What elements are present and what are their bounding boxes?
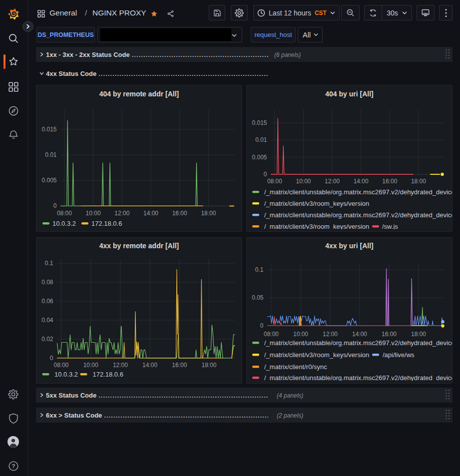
svg-text:0: 0 xyxy=(50,355,53,362)
svg-text:0.005: 0.005 xyxy=(41,177,56,184)
svg-text:08:00: 08:00 xyxy=(53,362,68,369)
svg-text:0.04: 0.04 xyxy=(41,317,53,324)
svg-text:0: 0 xyxy=(260,322,264,329)
svg-text:404 by remote addr [All]: 404 by remote addr [All] xyxy=(99,90,179,98)
svg-text:16:00: 16:00 xyxy=(172,362,187,369)
svg-text:16:00: 16:00 xyxy=(382,178,397,185)
svg-text:10.0.3.2: 10.0.3.2 xyxy=(52,220,76,227)
svg-text:0.1: 0.1 xyxy=(45,260,53,267)
svg-text:404 by uri [All]: 404 by uri [All] xyxy=(325,90,373,98)
svg-text:/_matrix/client/v3/room_keys/v: /_matrix/client/v3/room_keys/version xyxy=(264,200,369,207)
svg-text:/api/live/ws: /api/live/ws xyxy=(383,351,415,359)
svg-text:18:00: 18:00 xyxy=(411,331,426,338)
svg-text:0.01: 0.01 xyxy=(45,151,57,158)
svg-text:18:00: 18:00 xyxy=(201,210,216,217)
svg-text:10:00: 10:00 xyxy=(296,178,311,185)
svg-text:0.06: 0.06 xyxy=(41,298,53,305)
svg-text:0.08: 0.08 xyxy=(41,279,53,286)
svg-text:172.18.0.6: 172.18.0.6 xyxy=(93,371,123,378)
svg-text:08:00: 08:00 xyxy=(267,178,282,185)
svg-text:08:00: 08:00 xyxy=(57,210,72,217)
svg-text:0.05: 0.05 xyxy=(252,294,264,301)
svg-text:0.01: 0.01 xyxy=(255,136,267,143)
svg-text:14:00: 14:00 xyxy=(143,210,158,217)
svg-text:0.015: 0.015 xyxy=(41,126,56,133)
svg-text:12:00: 12:00 xyxy=(114,210,129,217)
svg-text:4xx by remote addr [All]: 4xx by remote addr [All] xyxy=(99,242,179,250)
svg-text:0.02: 0.02 xyxy=(41,336,53,343)
svg-text:16:00: 16:00 xyxy=(382,331,397,338)
svg-text:10:00: 10:00 xyxy=(293,331,308,338)
svg-text:16:00: 16:00 xyxy=(172,210,187,217)
svg-text:?: ? xyxy=(11,463,15,469)
svg-text:/_matrix/client/v3/room_keys/v: /_matrix/client/v3/room_keys/version xyxy=(264,351,369,359)
svg-text:18:00: 18:00 xyxy=(411,178,426,185)
svg-text:0.1: 0.1 xyxy=(255,266,264,273)
svg-text:10:00: 10:00 xyxy=(83,362,98,369)
svg-text:/sw.js: /sw.js xyxy=(382,223,398,230)
svg-text:/_matrix/client/unstable/org.m: /_matrix/client/unstable/org.matrix.msc2… xyxy=(264,188,453,196)
svg-text:/_matrix/client/unstable/org.m: /_matrix/client/unstable/org.matrix.msc2… xyxy=(264,374,453,382)
svg-text:0.005: 0.005 xyxy=(252,154,267,161)
svg-text:172.18.0.6: 172.18.0.6 xyxy=(91,220,122,227)
svg-text:12:00: 12:00 xyxy=(325,178,340,185)
svg-text:12:00: 12:00 xyxy=(323,331,338,338)
svg-text:12:00: 12:00 xyxy=(113,362,128,369)
svg-text:08:00: 08:00 xyxy=(264,331,279,338)
svg-text:14:00: 14:00 xyxy=(352,331,367,338)
svg-text:/_matrix/client/r0/sync: /_matrix/client/r0/sync xyxy=(264,363,327,371)
svg-text:/_matrix/client/unstable/org.m: /_matrix/client/unstable/org.matrix.msc2… xyxy=(264,211,453,219)
svg-text:0: 0 xyxy=(53,202,57,209)
svg-text:4xx by uri [All]: 4xx by uri [All] xyxy=(325,242,373,250)
svg-text:/_matrix/client/unstable/org.m: /_matrix/client/unstable/org.matrix.msc2… xyxy=(264,339,453,347)
svg-text:18:00: 18:00 xyxy=(201,362,216,369)
svg-text:14:00: 14:00 xyxy=(142,362,157,369)
svg-text:10.0.3.2: 10.0.3.2 xyxy=(54,371,78,378)
svg-text:/_matrix/client/v3/room_keys/v: /_matrix/client/v3/room_keys/version xyxy=(264,223,369,230)
svg-text:0.015: 0.015 xyxy=(252,119,267,126)
svg-text:14:00: 14:00 xyxy=(354,178,369,185)
svg-text:10:00: 10:00 xyxy=(86,210,101,217)
svg-text:0: 0 xyxy=(264,171,267,178)
